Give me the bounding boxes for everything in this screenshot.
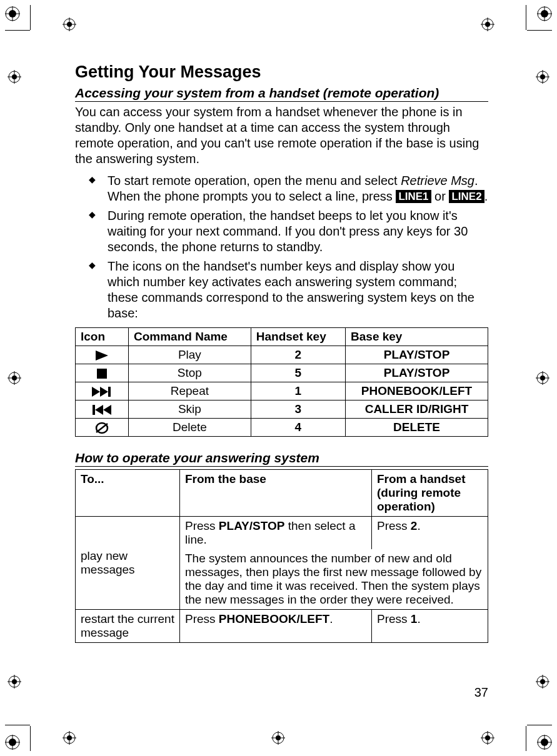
svg-point-59 xyxy=(485,735,490,740)
svg-marker-66 xyxy=(95,405,103,415)
table-row: Stop 5 PLAY/STOP xyxy=(76,364,488,382)
table-row: Repeat 1 PHONEBOOK/LEFT xyxy=(76,382,488,400)
svg-marker-60 xyxy=(96,351,108,361)
operation-table: To... From the base From a handset (duri… xyxy=(75,469,488,643)
registration-mark-icon xyxy=(5,6,20,21)
svg-point-35 xyxy=(12,679,17,684)
svg-point-23 xyxy=(540,74,545,79)
registration-mark-icon xyxy=(537,6,552,21)
crosshair-icon xyxy=(481,731,494,745)
svg-rect-61 xyxy=(97,369,107,379)
registration-mark-icon xyxy=(5,735,20,750)
delete-icon xyxy=(76,419,129,437)
col-icon: Icon xyxy=(76,328,129,346)
crosshair-icon xyxy=(63,731,76,745)
skip-forward-icon xyxy=(76,382,129,400)
bullet-list: To start remote operation, open the menu… xyxy=(75,173,488,321)
svg-marker-62 xyxy=(92,387,100,397)
line1-key-icon: LINE1 xyxy=(396,190,431,203)
command-table: Icon Command Name Handset key Base key P… xyxy=(75,327,488,437)
svg-point-31 xyxy=(540,376,545,380)
svg-point-47 xyxy=(485,22,490,27)
list-item: The icons on the handset's number keys a… xyxy=(75,259,488,321)
crosshair-icon xyxy=(8,675,21,689)
crosshair-icon xyxy=(536,371,549,385)
svg-marker-67 xyxy=(103,405,111,415)
line2-key-icon: LINE2 xyxy=(449,190,484,203)
crosshair-icon xyxy=(63,17,76,31)
table-header-row: Icon Command Name Handset key Base key xyxy=(76,328,488,346)
svg-rect-64 xyxy=(108,387,111,397)
play-icon xyxy=(76,346,129,364)
table-header-row: To... From the base From a handset (duri… xyxy=(76,470,488,517)
stop-icon xyxy=(76,364,129,382)
registration-mark-icon xyxy=(537,735,552,750)
svg-point-19 xyxy=(12,74,17,79)
svg-marker-63 xyxy=(100,387,108,397)
svg-point-39 xyxy=(540,679,545,684)
page-number: 37 xyxy=(474,685,557,700)
svg-point-27 xyxy=(12,376,17,380)
crosshair-icon xyxy=(8,371,21,385)
table-row: Delete 4 DELETE xyxy=(76,419,488,437)
page-title: Getting Your Messages xyxy=(75,62,488,82)
table-row: play new messages Press PLAY/STOP then s… xyxy=(76,517,488,550)
col-base: Base key xyxy=(346,328,488,346)
svg-point-51 xyxy=(67,735,72,740)
table-row: restart the current message Press PHONEB… xyxy=(76,610,488,643)
crosshair-icon xyxy=(8,70,21,84)
section-heading: How to operate your answering system xyxy=(75,450,488,467)
svg-point-43 xyxy=(67,22,72,27)
col-command: Command Name xyxy=(129,328,251,346)
table-row: Skip 3 CALLER ID/RIGHT xyxy=(76,400,488,419)
section-heading: Accessing your system from a handset (re… xyxy=(75,86,488,102)
svg-point-55 xyxy=(276,735,281,740)
skip-back-icon xyxy=(76,400,129,419)
list-item: During remote operation, the handset bee… xyxy=(75,208,488,255)
intro-paragraph: You can access your system from a handse… xyxy=(75,104,488,167)
crosshair-icon xyxy=(536,70,549,84)
table-row: Play 2 PLAY/STOP xyxy=(76,346,488,364)
svg-rect-65 xyxy=(93,405,95,415)
list-item: To start remote operation, open the menu… xyxy=(75,173,488,204)
crosshair-icon xyxy=(481,17,494,31)
col-handset: Handset key xyxy=(251,328,345,346)
crosshair-icon xyxy=(271,731,285,745)
